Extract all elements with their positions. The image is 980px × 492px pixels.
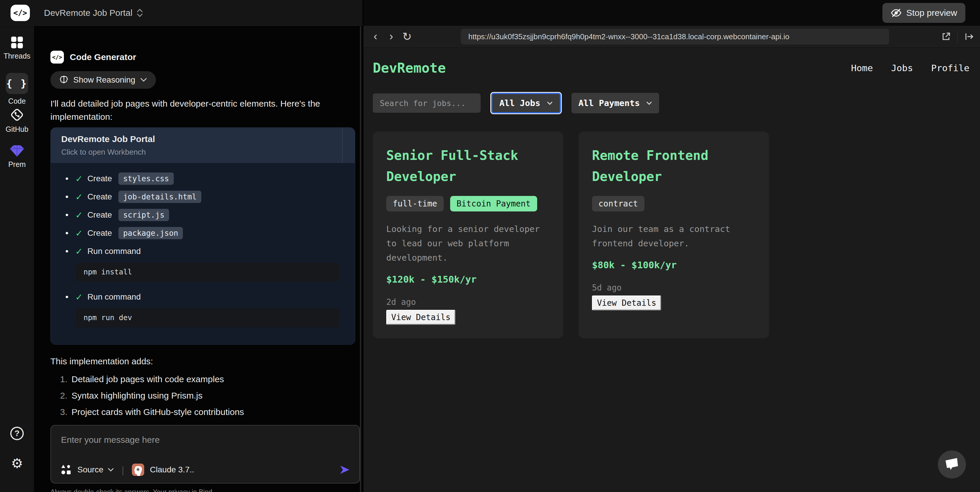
chat-fab[interactable] — [938, 451, 966, 479]
view-details-button[interactable]: View Details — [386, 310, 455, 325]
chevron-up-down-icon — [137, 9, 143, 17]
chevron-down-icon — [646, 102, 652, 105]
chat-scrollbar[interactable] — [360, 26, 361, 492]
privacy-link[interactable]: privacy — [169, 488, 190, 492]
workbench-steps: • ✓ Create styles.css • ✓ Create — [51, 163, 355, 344]
job-posted: 2d ago — [386, 297, 550, 307]
reload-button[interactable]: ↻ — [399, 30, 415, 43]
sidebar-label: Prem — [8, 160, 26, 169]
job-type-select[interactable]: All Jobs — [491, 93, 561, 113]
open-side-panel-button[interactable] — [964, 32, 974, 41]
workbench-step: • ✓ Run command npm install — [65, 245, 339, 282]
url-text: https://u3uk0f35zsjjbn9cprh6fq9h0p4tm2-w… — [468, 32, 789, 41]
model-label[interactable]: Claude 3.7.. — [150, 465, 194, 475]
check-icon: ✓ — [75, 246, 83, 257]
composer-toolbar: Source | Claude 3.7.. — [61, 463, 350, 476]
job-tag: full-time — [386, 196, 444, 211]
step-label: Run command — [88, 292, 141, 302]
workbench-step: • ✓ Run command npm run dev — [65, 290, 339, 327]
view-details-button[interactable]: View Details — [592, 295, 661, 310]
step-label: Create — [88, 192, 112, 202]
gear-icon: ⚙ — [11, 455, 23, 471]
help-button[interactable]: ? — [0, 427, 34, 440]
bullet-icon: • — [65, 292, 71, 302]
nav-link-home[interactable]: Home — [851, 63, 873, 73]
settings-button[interactable]: ⚙ — [0, 455, 34, 471]
job-tag: contract — [592, 196, 644, 211]
nav-link-jobs[interactable]: Jobs — [891, 63, 913, 73]
help-icon: ? — [10, 427, 24, 440]
nav-link-profile[interactable]: Profile — [931, 63, 969, 73]
job-card: Remote Frontend Developer contract Join … — [579, 132, 769, 338]
job-title: Senior Full-Stack Developer — [386, 145, 550, 187]
claude-avatar — [132, 463, 144, 476]
sidebar-item-threads[interactable]: Threads — [0, 36, 34, 60]
speech-bubble-icon — [943, 457, 960, 472]
summary-title: This implementation adds: — [50, 356, 351, 367]
send-button[interactable] — [339, 465, 350, 475]
chevron-down-icon — [140, 78, 147, 82]
payment-type-select[interactable]: All Payments — [571, 93, 659, 113]
assistant-message: I'll add detailed job pages with develop… — [50, 97, 339, 123]
browser-toolbar: ‹ › ↻ https://u3uk0f35zsjjbn9cprh6fq9h0p… — [363, 26, 980, 48]
command-block[interactable]: npm install — [76, 262, 339, 282]
workbench-card-header[interactable]: DevRemote Job Portal Click to open Workb… — [51, 128, 355, 163]
sidebar-item-prem[interactable]: Prem — [0, 144, 34, 169]
code-generator-icon: </> — [50, 51, 64, 63]
code-generator-title: Code Generator — [70, 52, 136, 62]
source-selector[interactable]: Source — [77, 465, 114, 475]
site-brand[interactable]: DevRemote — [373, 60, 446, 76]
workbench-step: • ✓ Create job-details.html — [65, 190, 339, 203]
job-description: Looking for a senior developer to lead o… — [386, 222, 550, 265]
step-label: Run command — [88, 247, 141, 256]
bullet-icon: • — [65, 174, 71, 184]
chevron-down-icon — [547, 102, 553, 105]
step-label: Create — [88, 229, 112, 238]
workbench-step: • ✓ Create package.json — [65, 227, 339, 240]
chevron-down-icon — [108, 468, 114, 472]
job-filters: All Jobs All Payments — [373, 93, 980, 113]
check-icon: ✓ — [75, 292, 83, 302]
divider: | — [122, 464, 124, 476]
source-shapes-icon — [61, 465, 72, 475]
file-chip[interactable]: package.json — [118, 227, 183, 239]
site-header: DevRemote Home Jobs Profile — [363, 48, 980, 76]
bullet-icon: • — [65, 246, 71, 256]
summary-item: Project cards with GitHub-style contribu… — [50, 404, 351, 420]
disclaimer: Always double-check its answers. Your pr… — [50, 488, 351, 492]
workbench-header-divider — [342, 128, 343, 163]
bullet-icon: • — [65, 210, 71, 220]
url-bar[interactable]: https://u3uk0f35zsjjbn9cprh6fq9h0p4tm2-w… — [461, 29, 889, 44]
check-icon: ✓ — [75, 228, 83, 238]
check-icon: ✓ — [75, 174, 83, 184]
panel-arrow-icon — [964, 32, 974, 41]
forward-button[interactable]: › — [383, 30, 399, 43]
composer-input[interactable]: Enter your message here — [61, 435, 350, 445]
file-chip[interactable]: script.js — [118, 209, 169, 221]
stop-preview-button[interactable]: Stop preview — [882, 3, 965, 23]
job-search-input[interactable] — [373, 94, 480, 113]
open-external-button[interactable] — [941, 32, 951, 41]
step-label: Create — [88, 210, 112, 220]
workbench-step: • ✓ Create styles.css — [65, 172, 339, 185]
sidebar-item-code[interactable]: { } Code — [0, 73, 34, 105]
send-arrow-icon — [339, 465, 350, 475]
message-composer[interactable]: Enter your message here Source | Claude … — [50, 425, 360, 484]
sidebar-label: Code — [8, 97, 26, 105]
back-button[interactable]: ‹ — [368, 30, 383, 43]
show-reasoning-button[interactable]: Show Reasoning — [50, 71, 156, 89]
workbench-title: DevRemote Job Portal — [61, 134, 344, 144]
threads-grid-icon — [10, 36, 24, 49]
brain-icon — [59, 76, 68, 84]
command-block[interactable]: npm run dev — [76, 308, 339, 327]
file-chip[interactable]: styles.css — [118, 173, 174, 185]
code-braces-icon: { } — [6, 73, 28, 94]
sidebar-item-github[interactable]: GitHub — [0, 108, 34, 133]
job-card: Senior Full-Stack Developer full-time Bi… — [373, 132, 563, 338]
app-logo-icon[interactable]: </> — [11, 5, 30, 21]
job-tags: contract — [592, 196, 756, 211]
project-title-menu[interactable]: DevRemote Job Portal — [44, 0, 143, 26]
gem-icon — [10, 144, 25, 157]
screen: </> DevRemote Job Portal Threads { } Cod… — [0, 0, 980, 492]
file-chip[interactable]: job-details.html — [118, 190, 201, 203]
